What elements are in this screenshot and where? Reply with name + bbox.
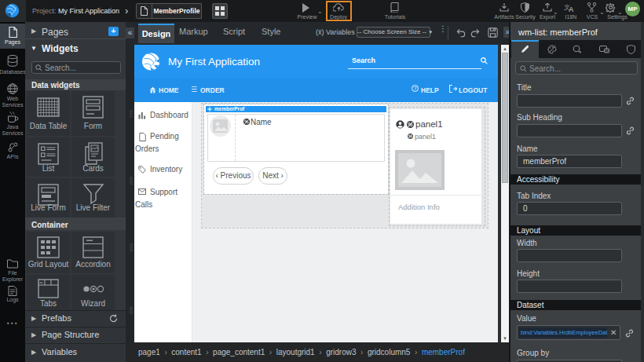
svg-text:A: A xyxy=(569,5,574,13)
